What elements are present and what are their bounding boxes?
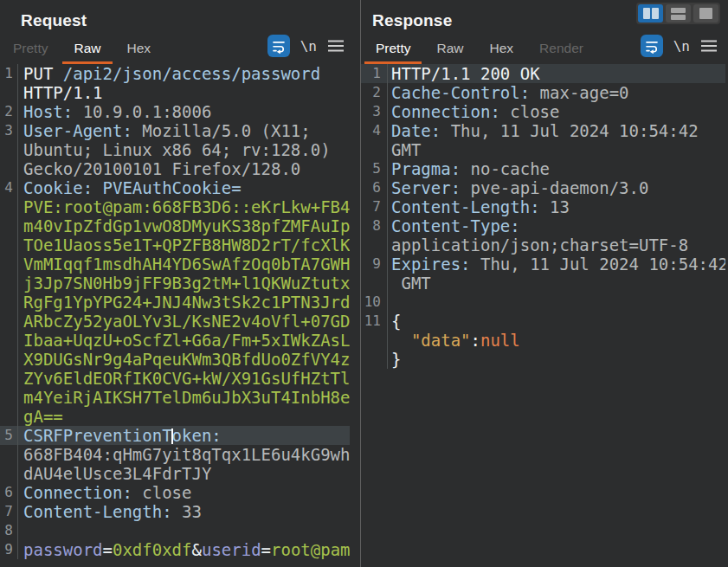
line-number: 2: [361, 83, 388, 102]
tab-raw[interactable]: Raw: [62, 36, 112, 64]
layout-columns-button[interactable]: [638, 4, 663, 23]
code-line[interactable]: 8Content-Type:: [361, 216, 725, 235]
line-content: Connection: close: [388, 102, 725, 121]
code-line[interactable]: VmMIqqf1msdhAH4YD6SwAfzOq0bTA7GWH: [0, 255, 350, 274]
code-line[interactable]: X9DUGsNr9g4aPqeuKWm3QBfdUo0ZfVY4z: [0, 350, 350, 369]
line-number: [0, 140, 18, 159]
code-line[interactable]: 11{: [361, 312, 725, 331]
line-content: PVE:root@pam:668FB3D6::eKrLkw+FB4: [18, 197, 350, 216]
code-line[interactable]: Gecko/20100101 Firefox/128.0: [0, 159, 350, 178]
code-line[interactable]: RgFg1YpYPG24+JNJ4Nw3tSk2c1PTN3Jrd: [0, 293, 350, 312]
response-panel: Response PrettyRawHexRender \n 1HTTP/1.1…: [361, 0, 728, 567]
page-title: Request: [21, 11, 87, 30]
line-content: [18, 521, 350, 540]
code-line[interactable]: 7Content-Length: 33: [0, 502, 350, 521]
line-content: CSRFPreventionToken:: [18, 426, 350, 445]
line-number: 6: [0, 483, 18, 502]
tab-raw[interactable]: Raw: [425, 36, 474, 64]
code-line[interactable]: Ibaa+UqzU+oScfZl+G6a/Fm+5xIWkZAsL: [0, 331, 350, 350]
line-content: Host: 10.9.0.1:8006: [18, 102, 350, 121]
tab-pretty[interactable]: Pretty: [2, 36, 59, 64]
layout-single-button[interactable]: [693, 4, 718, 23]
hamburger-menu-button[interactable]: [327, 39, 345, 53]
split-columns-icon: [643, 8, 650, 19]
line-number: 3: [0, 121, 18, 140]
request-editor[interactable]: 1PUT /api2/json/access/passwordHTTP/1.12…: [0, 64, 360, 567]
text-caret: [171, 428, 173, 444]
code-line[interactable]: 4Cookie: PVEAuthCookie=: [0, 178, 350, 197]
line-content: m40vIpZfdGp1vwO8DMyuKS38pfZMFAuIp: [18, 216, 350, 235]
single-pane-icon: [699, 8, 712, 19]
code-line[interactable]: 2Host: 10.9.0.1:8006: [0, 102, 350, 121]
line-number: 8: [361, 216, 388, 235]
code-line[interactable]: PVE:root@pam:668FB3D6::eKrLkw+FB4: [0, 197, 350, 216]
code-line[interactable]: Ubuntu; Linux x86_64; rv:128.0): [0, 140, 350, 159]
code-line[interactable]: m40vIpZfdGp1vwO8DMyuKS38pfZMFAuIp: [0, 216, 350, 235]
code-line[interactable]: 668FB404:qHmG7yit8qTqx1LE6u4kG9wh: [0, 445, 350, 464]
line-number: [0, 407, 18, 426]
hamburger-menu-button[interactable]: [700, 39, 718, 53]
code-line[interactable]: 6Server: pve-api-daemon/3.0: [361, 178, 725, 197]
show-newlines-toggle[interactable]: \n: [673, 38, 690, 55]
line-content: {: [388, 312, 725, 331]
line-number: [0, 83, 18, 102]
line-number: 4: [361, 121, 388, 140]
show-newlines-toggle[interactable]: \n: [300, 38, 317, 55]
line-number: 10: [361, 293, 388, 312]
code-line[interactable]: GMT: [361, 140, 725, 159]
tab-pretty[interactable]: Pretty: [364, 36, 422, 64]
line-content: j3Jp7SN0Hb9jFF9B3g2tM+l1QKWuZtutx: [18, 274, 350, 293]
code-line[interactable]: }: [361, 350, 725, 369]
line-number: [0, 312, 18, 331]
line-number: 11: [361, 312, 388, 331]
code-line[interactable]: 4Date: Thu, 11 Jul 2024 10:54:42: [361, 121, 725, 140]
line-number: 9: [0, 540, 18, 559]
code-line[interactable]: ZYv6EldEORfIK0CVG+kW/X91GsUfHZtTl: [0, 369, 350, 388]
code-line[interactable]: dAU4elUsce3L4FdrTJY: [0, 464, 350, 483]
tab-render[interactable]: Render: [528, 36, 595, 64]
editor-layout-switcher: [636, 3, 720, 24]
code-line[interactable]: 9Expires: Thu, 11 Jul 2024 10:54:42: [361, 255, 725, 274]
layout-rows-button[interactable]: [666, 4, 691, 23]
tab-hex[interactable]: Hex: [116, 36, 163, 64]
code-line[interactable]: ARbcZy52yaOLYv3L/KsNE2v4oVfl+07GD: [0, 312, 350, 331]
code-line[interactable]: 1HTTP/1.1 200 OK: [361, 64, 725, 83]
code-line[interactable]: 9password=0xdf0xdf&userid=root@pam: [0, 540, 350, 559]
code-line[interactable]: 7Content-Length: 13: [361, 197, 725, 216]
line-content: RgFg1YpYPG24+JNJ4Nw3tSk2c1PTN3Jrd: [18, 293, 350, 312]
response-tabs: PrettyRawHexRender: [364, 36, 595, 64]
line-content: dAU4elUsce3L4FdrTJY: [18, 464, 350, 483]
word-wrap-toggle-button[interactable]: [641, 35, 663, 57]
word-wrap-toggle-button[interactable]: [267, 35, 290, 57]
code-line[interactable]: 5CSRFPreventionToken:: [0, 426, 350, 445]
response-editor[interactable]: 1HTTP/1.1 200 OK2Cache-Control: max-age=…: [361, 64, 728, 567]
code-line[interactable]: m4YeiRjAIKSH7TelDm6uJbX3uT4InbH8e: [0, 388, 350, 407]
line-content: HTTP/1.1 200 OK: [388, 64, 725, 83]
line-content: Pragma: no-cache: [388, 159, 725, 178]
code-line[interactable]: 1PUT /api2/json/access/password: [0, 64, 350, 83]
tab-hex[interactable]: Hex: [479, 36, 525, 64]
response-toolbar: \n: [641, 35, 718, 57]
code-line[interactable]: application/json;charset=UTF-8: [361, 235, 725, 255]
code-line[interactable]: 3User-Agent: Mozilla/5.0 (X11;: [0, 121, 350, 140]
code-line[interactable]: 2Cache-Control: max-age=0: [361, 83, 725, 102]
code-line[interactable]: 8: [0, 521, 350, 540]
line-content: Content-Length: 33: [18, 502, 350, 521]
code-line[interactable]: 5Pragma: no-cache: [361, 159, 725, 178]
code-line[interactable]: gA==: [0, 407, 350, 426]
code-line[interactable]: HTTP/1.1: [0, 83, 350, 102]
line-content: GMT: [388, 140, 725, 159]
line-content: m4YeiRjAIKSH7TelDm6uJbX3uT4InbH8e: [18, 388, 350, 407]
code-line[interactable]: "data":null: [361, 331, 725, 350]
code-line[interactable]: GMT: [361, 274, 725, 293]
line-content: ARbcZy52yaOLYv3L/KsNE2v4oVfl+07GD: [18, 312, 350, 331]
code-line[interactable]: j3Jp7SN0Hb9jFF9B3g2tM+l1QKWuZtutx: [0, 274, 350, 293]
code-line[interactable]: TOe1Uaoss5e1T+QPZFB8HW8D2rT/fcXlK: [0, 235, 350, 255]
line-content: User-Agent: Mozilla/5.0 (X11;: [18, 121, 350, 140]
split-rows-icon: [671, 15, 686, 20]
code-line[interactable]: 10: [361, 293, 725, 312]
request-toolbar: \n: [267, 35, 345, 57]
code-line[interactable]: 6Connection: close: [0, 483, 350, 502]
code-line[interactable]: 3Connection: close: [361, 102, 725, 121]
line-number: [0, 293, 18, 312]
